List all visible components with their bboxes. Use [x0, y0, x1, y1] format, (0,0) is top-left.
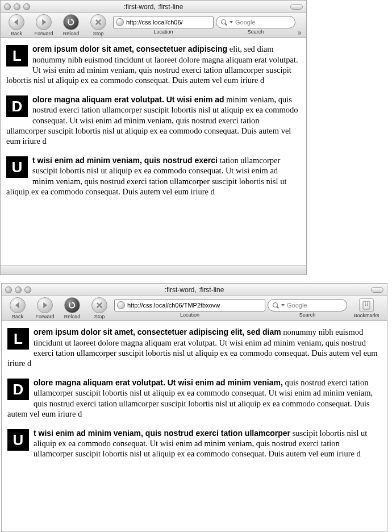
toolbar: Back Forward Reload Stop http://css.loca…	[1, 13, 306, 38]
location-section: http://css.local/ch06/ Location	[113, 16, 214, 35]
location-label: Location	[113, 29, 214, 35]
first-line: olore magna aliquam erat volutpat. Ut wi…	[34, 378, 283, 387]
dropcap: D	[6, 95, 28, 117]
stop-button[interactable]: Stop	[86, 14, 111, 36]
chevron-down-icon	[230, 21, 233, 23]
forward-button[interactable]: Forward	[32, 297, 57, 319]
search-section: Google Search	[216, 16, 295, 35]
minimize-icon[interactable]	[14, 3, 20, 10]
window-title: :first-word, :first-line	[165, 286, 224, 294]
url-input[interactable]: http://css.local/ch06/	[113, 16, 214, 28]
forward-label: Forward	[34, 31, 53, 36]
paragraph: L orem ipsum dolor sit amet, consectetue…	[7, 327, 381, 368]
back-arrow-icon	[10, 297, 26, 313]
reload-icon	[64, 297, 80, 313]
bookmarks-button[interactable]: Bookmarks	[349, 298, 383, 318]
dropcap: D	[7, 379, 29, 400]
search-icon	[273, 302, 279, 309]
dropcap: L	[7, 328, 29, 350]
paragraph: D olore magna aliquam erat volutpat. Ut …	[7, 377, 381, 419]
reload-button[interactable]: Reload	[60, 297, 85, 319]
back-label: Back	[12, 314, 23, 319]
close-icon[interactable]	[5, 286, 12, 293]
paragraph: U t wisi enim ad minim veniam, quis nost…	[7, 428, 381, 459]
forward-button[interactable]: Forward	[31, 14, 56, 36]
globe-icon	[117, 301, 125, 309]
zoom-icon[interactable]	[24, 286, 31, 293]
reload-label: Reload	[64, 314, 81, 319]
browser-window-1: :first-word, :first-line Back Forward Re…	[0, 0, 307, 275]
url-text: http://css.local/ch06/TMP2tbxovw	[127, 302, 220, 309]
bookmarks-label: Bookmarks	[353, 313, 379, 318]
browser-window-2: :first-word, :first-line Back Forward Re…	[1, 283, 387, 532]
back-label: Back	[11, 31, 22, 36]
toolbar: Back Forward Reload Stop http://css.loca…	[2, 296, 387, 321]
toolbar-toggle-icon[interactable]	[290, 4, 303, 10]
back-arrow-icon	[9, 14, 24, 30]
zoom-icon[interactable]	[23, 3, 30, 10]
dropcap: L	[6, 45, 28, 66]
statusbar	[1, 265, 306, 275]
dropcap: U	[6, 156, 28, 178]
first-line: orem ipsum dolor sit amet, consectetuer …	[34, 327, 281, 336]
traffic-lights	[4, 3, 30, 10]
paragraph: L orem ipsum dolor sit amet, consectetue…	[6, 44, 301, 85]
titlebar[interactable]: :first-word, :first-line	[1, 1, 306, 13]
search-placeholder: Google	[287, 302, 307, 309]
stop-icon	[90, 14, 106, 30]
back-button[interactable]: Back	[4, 14, 29, 36]
page-content: L orem ipsum dolor sit amet, consectetue…	[1, 38, 306, 265]
back-button[interactable]: Back	[5, 297, 30, 319]
forward-arrow-icon	[36, 14, 52, 30]
window-title: :first-word, :first-line	[124, 3, 184, 11]
search-section: Google Search	[268, 299, 347, 318]
forward-label: Forward	[35, 314, 54, 319]
url-input[interactable]: http://css.local/ch06/TMP2tbxovw	[114, 299, 265, 311]
search-input[interactable]: Google	[216, 16, 295, 28]
reload-label: Reload	[63, 31, 80, 36]
overflow-icon[interactable]: »	[298, 28, 302, 38]
reload-icon	[63, 14, 79, 30]
search-input[interactable]: Google	[268, 299, 347, 311]
reload-button[interactable]: Reload	[59, 14, 84, 36]
first-line: t wisi enim ad minim veniam, quis nostru…	[32, 156, 218, 165]
stop-label: Stop	[94, 314, 105, 319]
minimize-icon[interactable]	[15, 286, 22, 293]
stop-icon	[91, 297, 107, 313]
svg-rect-0	[363, 301, 370, 309]
url-text: http://css.local/ch06/	[126, 19, 183, 26]
first-line: t wisi enim ad minim veniam, quis nostru…	[34, 429, 290, 438]
bookmark-icon	[359, 298, 374, 312]
search-placeholder: Google	[235, 19, 255, 26]
page-content: L orem ipsum dolor sit amet, consectetue…	[2, 321, 387, 531]
paragraph: U t wisi enim ad minim veniam, quis nost…	[6, 155, 301, 197]
search-label: Search	[216, 29, 295, 35]
first-line: olore magna aliquam erat volutpat. Ut wi…	[32, 95, 224, 104]
chevron-down-icon	[281, 304, 285, 306]
location-section: http://css.local/ch06/TMP2tbxovw Locatio…	[114, 299, 265, 318]
titlebar[interactable]: :first-word, :first-line	[2, 284, 387, 296]
stop-label: Stop	[93, 31, 104, 36]
traffic-lights	[5, 286, 31, 293]
paragraph: D olore magna aliquam erat volutpat. Ut …	[6, 94, 301, 146]
dropcap: U	[7, 429, 29, 451]
location-label: Location	[114, 312, 265, 318]
stop-button[interactable]: Stop	[87, 297, 112, 319]
close-icon[interactable]	[4, 3, 11, 10]
toolbar-toggle-icon[interactable]	[371, 287, 383, 293]
globe-icon	[116, 18, 124, 26]
first-line: orem ipsum dolor sit amet, consectetuer …	[32, 44, 227, 53]
forward-arrow-icon	[37, 297, 53, 313]
search-icon	[221, 19, 227, 26]
search-label: Search	[268, 312, 347, 318]
